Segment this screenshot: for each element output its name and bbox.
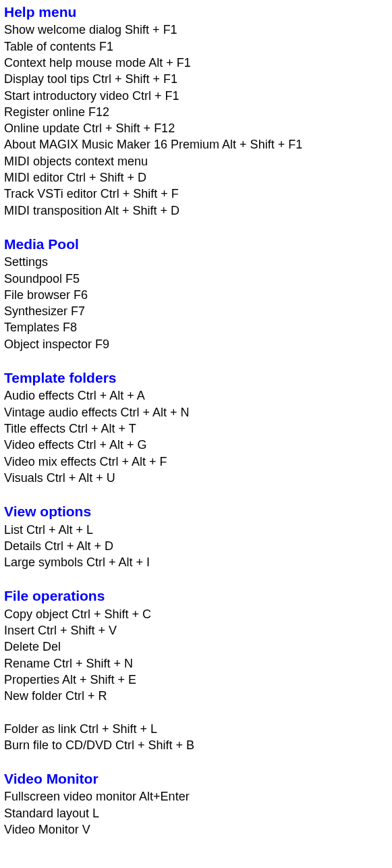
section-heading: Template folders xyxy=(4,369,392,387)
shortcut-entry: Context help mouse mode Alt + F1 xyxy=(4,55,392,71)
shortcut-entry: MIDI objects context menu xyxy=(4,153,392,169)
shortcut-entry: File browser F6 xyxy=(4,287,392,303)
shortcut-entry: Standard layout L xyxy=(4,805,392,821)
group-spacer xyxy=(4,705,392,721)
shortcut-entry: Register online F12 xyxy=(4,104,392,120)
shortcut-entry: Title effects Ctrl + Alt + T xyxy=(4,421,392,437)
shortcut-reference-document: Help menuShow welcome dialog Shift + F1T… xyxy=(4,3,392,838)
shortcut-entry: MIDI transposition Alt + Shift + D xyxy=(4,202,392,219)
shortcut-entry: Delete Del xyxy=(4,639,392,655)
shortcut-entry: Visuals Ctrl + Alt + U xyxy=(4,470,392,486)
section-heading: File operations xyxy=(4,587,392,605)
shortcut-entry: Fullscreen video monitor Alt+Enter xyxy=(4,788,392,805)
shortcut-entry: List Ctrl + Alt + L xyxy=(4,522,392,538)
section-heading: View options xyxy=(4,502,392,521)
shortcut-entry: Show welcome dialog Shift + F1 xyxy=(4,22,392,38)
shortcut-entry: Vintage audio effects Ctrl + Alt + N xyxy=(4,404,392,421)
shortcut-entry: Video Monitor V xyxy=(4,821,392,838)
shortcut-entry: Synthesizer F7 xyxy=(4,303,392,319)
section-spacer xyxy=(4,570,392,587)
section-heading: Video Monitor xyxy=(4,769,392,788)
shortcut-entry: Rename Ctrl + Shift + N xyxy=(4,655,392,672)
shortcut-entry: Video mix effects Ctrl + Alt + F xyxy=(4,454,392,470)
shortcut-entry: Templates F8 xyxy=(4,319,392,335)
section-heading: Help menu xyxy=(4,3,392,22)
shortcut-entry: Track VSTi editor Ctrl + Shift + F xyxy=(4,186,392,202)
shortcut-entry: Insert Ctrl + Shift + V xyxy=(4,622,392,639)
shortcut-entry: Start introductory video Ctrl + F1 xyxy=(4,88,392,104)
shortcut-entry: Object inspector F9 xyxy=(4,336,392,352)
shortcut-entry: Video effects Ctrl + Alt + G xyxy=(4,437,392,453)
shortcut-entry: Display tool tips Ctrl + Shift + F1 xyxy=(4,71,392,87)
shortcut-entry: Details Ctrl + Alt + D xyxy=(4,538,392,554)
shortcut-entry: Settings xyxy=(4,254,392,270)
shortcut-entry: Burn file to CD/DVD Ctrl + Shift + B xyxy=(4,737,392,753)
shortcut-entry: Online update Ctrl + Shift + F12 xyxy=(4,120,392,136)
shortcut-entry: Properties Alt + Shift + E xyxy=(4,672,392,688)
shortcut-entry: Audio effects Ctrl + Alt + A xyxy=(4,387,392,404)
section-heading: Media Pool xyxy=(4,235,392,254)
shortcut-entry: Copy object Ctrl + Shift + C xyxy=(4,606,392,622)
section-spacer xyxy=(4,219,392,235)
shortcut-entry: About MAGIX Music Maker 16 Premium Alt +… xyxy=(4,136,392,153)
shortcut-entry: New folder Ctrl + R xyxy=(4,688,392,704)
section-spacer xyxy=(4,352,392,369)
shortcut-entry: Large symbols Ctrl + Alt + I xyxy=(4,554,392,570)
shortcut-entry: Soundpool F5 xyxy=(4,271,392,287)
shortcut-entry: Table of contents F1 xyxy=(4,38,392,55)
shortcut-entry: Folder as link Ctrl + Shift + L xyxy=(4,721,392,737)
section-spacer xyxy=(4,753,392,769)
shortcut-entry: MIDI editor Ctrl + Shift + D xyxy=(4,169,392,186)
section-spacer xyxy=(4,486,392,502)
